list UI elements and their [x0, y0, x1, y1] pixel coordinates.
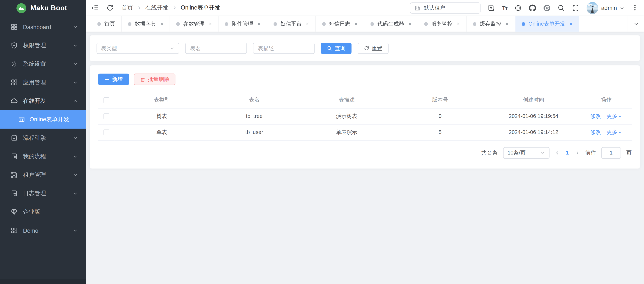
add-button[interactable]: 新增: [98, 74, 129, 85]
breadcrumb-current: Online表单开发: [181, 4, 220, 12]
document-clock-icon: [11, 190, 18, 197]
tab-code-generator[interactable]: 代码生成器 ×: [364, 16, 418, 32]
page-size-select[interactable]: 10条/页: [503, 147, 550, 159]
user-name: admin: [601, 5, 617, 11]
select-all-checkbox[interactable]: [104, 97, 109, 103]
tenant-select[interactable]: 默认租户: [410, 2, 480, 13]
chevron-right-icon: [172, 6, 177, 10]
column-header-name: 表名: [209, 92, 300, 108]
sidebar-item-label: 日志管理: [23, 190, 73, 197]
sidebar-item-online-dev[interactable]: 在线开发: [0, 92, 86, 110]
tab-label: 缓存监控: [480, 20, 501, 28]
sidebar-fold-icon[interactable]: [91, 4, 99, 12]
close-icon[interactable]: ×: [306, 21, 309, 27]
table-desc-input[interactable]: [253, 43, 314, 54]
tab-dot: [225, 22, 228, 26]
tab-cache-monitor[interactable]: 缓存监控 ×: [467, 16, 515, 32]
tab-attachment-management[interactable]: 附件管理 ×: [219, 16, 267, 32]
more-dropdown[interactable]: 更多: [607, 112, 622, 120]
gitee-icon[interactable]: [543, 4, 550, 11]
sidebar-item-system-settings[interactable]: 系统设置: [0, 55, 86, 73]
tab-home[interactable]: 首页: [91, 16, 122, 32]
sidebar-item-dashboard[interactable]: Dashboard: [0, 18, 86, 36]
tab-online-form-dev[interactable]: Online表单开发 ×: [515, 16, 579, 32]
trash-icon: [140, 77, 146, 82]
tab-label: 首页: [104, 20, 115, 28]
edit-link[interactable]: 修改: [590, 129, 601, 135]
tab-list-dropdown[interactable]: [628, 16, 644, 32]
data-table: 表类型 表名 表描述 版本号 创建时间 操作 树表 tb_tree: [98, 92, 632, 140]
tab-label: 参数管理: [183, 20, 205, 28]
row-checkbox[interactable]: [104, 114, 109, 119]
search-icon[interactable]: [558, 4, 564, 11]
chevron-down-icon: [170, 46, 174, 51]
sidebar-item-demo[interactable]: Demo: [0, 221, 86, 240]
table-type-select-placeholder: 表类型: [101, 45, 117, 52]
app-window: Maku Boot Dashboard 权限管理: [0, 0, 644, 284]
search-button[interactable]: 查询: [321, 43, 352, 54]
goto-page-input[interactable]: [601, 147, 621, 159]
translate-document-icon[interactable]: [488, 4, 495, 11]
close-icon[interactable]: ×: [408, 21, 412, 27]
tab-dot: [176, 22, 180, 26]
kebab-menu-icon[interactable]: [632, 4, 638, 12]
more-link-label: 更多: [607, 112, 617, 120]
sidebar-item-app-management[interactable]: 应用管理: [0, 73, 86, 92]
sidebar-item-workflow-engine[interactable]: 流程引擎: [0, 129, 86, 147]
close-icon[interactable]: ×: [505, 21, 509, 27]
close-icon[interactable]: ×: [209, 21, 212, 27]
plus-icon: [104, 77, 110, 82]
sidebar-item-log-management[interactable]: 日志管理: [0, 184, 86, 203]
prev-page-button[interactable]: [555, 150, 560, 155]
user-menu[interactable]: admin: [586, 2, 624, 14]
cell-desc: 单表演示: [300, 124, 394, 140]
tab-service-monitor[interactable]: 服务监控 ×: [418, 16, 467, 32]
calendar-check-icon: [11, 134, 18, 141]
batch-delete-button[interactable]: 批量删除: [134, 74, 175, 85]
close-icon[interactable]: ×: [457, 21, 460, 27]
next-page-button[interactable]: [575, 150, 580, 155]
tab-label: 短信日志: [329, 20, 350, 28]
table-name-input[interactable]: [185, 43, 247, 54]
tab-data-dictionary[interactable]: 数据字典 ×: [122, 16, 170, 32]
tab-sms-platform[interactable]: 短信平台 ×: [267, 16, 316, 32]
logo[interactable]: Maku Boot: [0, 0, 86, 16]
refresh-icon[interactable]: [106, 4, 114, 12]
fullscreen-icon[interactable]: [572, 4, 579, 11]
breadcrumb-home[interactable]: 首页: [122, 4, 133, 12]
close-icon[interactable]: ×: [354, 21, 358, 27]
close-icon[interactable]: ×: [569, 21, 572, 27]
sidebar-item-label: 权限管理: [23, 42, 73, 49]
github-icon[interactable]: [529, 4, 536, 11]
sidebar-item-tenant-management[interactable]: 租户管理: [0, 166, 86, 184]
navbar-tools: 默认租户 TT: [410, 2, 638, 14]
sidebar-item-enterprise[interactable]: 企业版: [0, 203, 86, 221]
page-number-current[interactable]: 1: [565, 150, 570, 156]
more-dropdown[interactable]: 更多: [607, 128, 622, 136]
table-type-select[interactable]: 表类型: [96, 43, 179, 54]
maku-logo-icon: [16, 3, 26, 13]
sidebar-item-online-form-dev[interactable]: Online表单开发: [0, 110, 86, 129]
row-checkbox[interactable]: [104, 130, 109, 135]
breadcrumb-section[interactable]: 在线开发: [146, 4, 168, 12]
chevron-down-icon: [620, 6, 624, 10]
sidebar-item-permissions[interactable]: 权限管理: [0, 36, 86, 55]
close-icon[interactable]: ×: [257, 21, 261, 27]
font-size-icon[interactable]: TT: [502, 5, 507, 11]
chevron-down-icon: [73, 191, 78, 196]
reset-button[interactable]: 重置: [358, 43, 388, 54]
tab-sms-log[interactable]: 短信日志 ×: [316, 16, 364, 32]
grid-demo-icon: [11, 227, 18, 234]
cell-type: 单表: [115, 124, 209, 140]
sidebar-item-my-workflow[interactable]: 我的流程: [0, 147, 86, 166]
tab-parameter-management[interactable]: 参数管理 ×: [170, 16, 218, 32]
globe-icon[interactable]: [514, 4, 522, 11]
reset-button-label: 重置: [372, 45, 382, 52]
chevron-down-icon: [73, 154, 78, 159]
cell-version: 5: [394, 124, 486, 140]
edit-link[interactable]: 修改: [590, 113, 601, 119]
tab-label: Online表单开发: [528, 20, 565, 28]
column-header-desc: 表描述: [300, 92, 394, 108]
sidebar-collapse-bar[interactable]: [0, 279, 86, 284]
close-icon[interactable]: ×: [160, 21, 164, 27]
